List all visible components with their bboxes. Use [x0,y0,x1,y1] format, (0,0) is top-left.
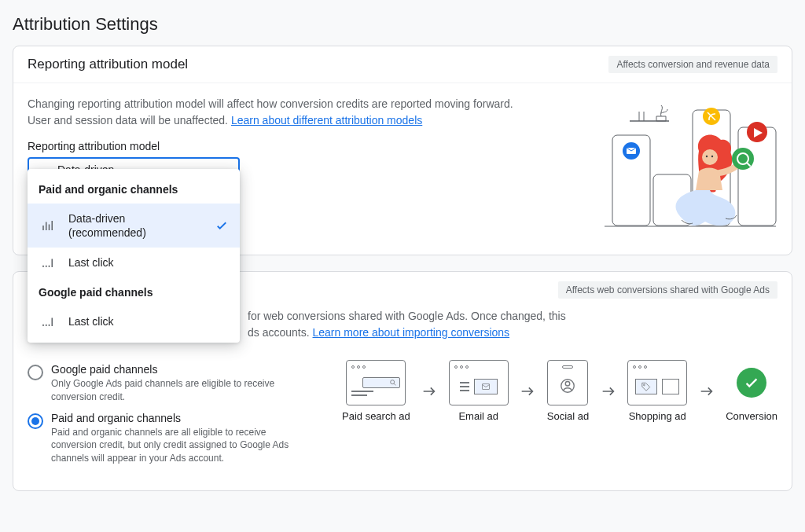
flow-step-social: Social ad [547,360,589,422]
arrow-right-icon [600,383,617,400]
radio-title: Google paid channels [51,363,303,376]
conversion-check-icon [737,368,766,398]
svg-point-14 [732,148,754,170]
chart-bars-last-icon [39,314,57,328]
flow-label: Shopping ad [629,410,686,422]
radio-title: Paid and organic channels [51,412,303,424]
arrow-right-icon [698,383,715,400]
conversion-flow-diagram: Paid search ad [342,355,777,422]
card-title: Reporting attribution model [28,57,188,72]
card-header: Reporting attribution model Affects conv… [13,46,792,83]
svg-point-18 [391,380,395,384]
affects-badge: Affects conversion and revenue data [608,56,777,73]
flow-step-paid-search: Paid search ad [342,360,410,422]
flow-label: Paid search ad [342,410,410,422]
svg-point-12 [706,156,708,157]
flow-label: Social ad [547,410,589,422]
svg-point-11 [702,149,718,165]
field-label-reporting-model: Reporting attribution model [28,140,546,152]
dropdown-group-google-paid: Google paid channels [28,278,240,306]
svg-point-21 [566,382,571,387]
check-icon [215,218,229,233]
dropdown-group-paid-organic: Paid and organic channels [28,175,240,204]
radio-desc: Only Google Ads paid channels are eligib… [51,377,303,404]
radio-unchecked-icon [28,365,43,380]
dropdown-item-label: Data-driven (recommended) [68,211,204,240]
learn-attribution-models-link[interactable]: Learn about different attribution models [231,114,422,127]
radio-google-paid-channels[interactable]: Google paid channels Only Google Ads pai… [28,363,318,404]
dropdown-item-last-click-2[interactable]: Last click [28,306,240,336]
card-description: for web conversions shared with Google A… [248,308,777,341]
arrow-right-icon [519,383,536,400]
arrow-right-icon [421,383,438,400]
flow-label: Conversion [726,410,777,422]
svg-point-13 [711,156,713,157]
card-reporting-attribution-model: Reporting attribution model Affects conv… [13,46,792,255]
affects-badge: Affects web conversions shared with Goog… [558,281,777,299]
flow-step-conversion: Conversion [726,360,777,422]
desc-line2: ds accounts. [248,326,313,339]
svg-rect-19 [482,384,489,390]
flow-label: Email ad [458,410,498,422]
svg-point-22 [644,384,645,386]
chart-bars-last-icon [39,255,57,270]
radio-desc: Paid and organic channels are all eligib… [51,426,303,465]
dropdown-item-last-click-1[interactable]: Last click [28,248,240,277]
illustration [565,96,777,237]
learn-importing-conversions-link[interactable]: Learn more about importing conversions [313,326,510,339]
radio-checked-icon [28,413,43,429]
reporting-model-dropdown[interactable]: Paid and organic channels Data-driven (r… [28,169,240,343]
card-description: Changing reporting attribution model wil… [28,96,523,129]
desc-tail: for web conversions shared with Google A… [248,310,566,322]
flow-step-email: Email ad [449,360,509,422]
chart-bars-icon [39,218,57,233]
dropdown-item-label: Last click [68,255,229,270]
dropdown-item-label: Last click [68,314,229,328]
page-title: Attribution Settings [13,14,792,35]
flow-step-shopping: Shopping ad [627,360,687,422]
channel-radio-group: Google paid channels Only Google Ads pai… [28,355,318,473]
radio-paid-and-organic-channels[interactable]: Paid and organic channels Paid and organ… [28,412,318,465]
dropdown-item-data-driven[interactable]: Data-driven (recommended) [28,204,240,248]
